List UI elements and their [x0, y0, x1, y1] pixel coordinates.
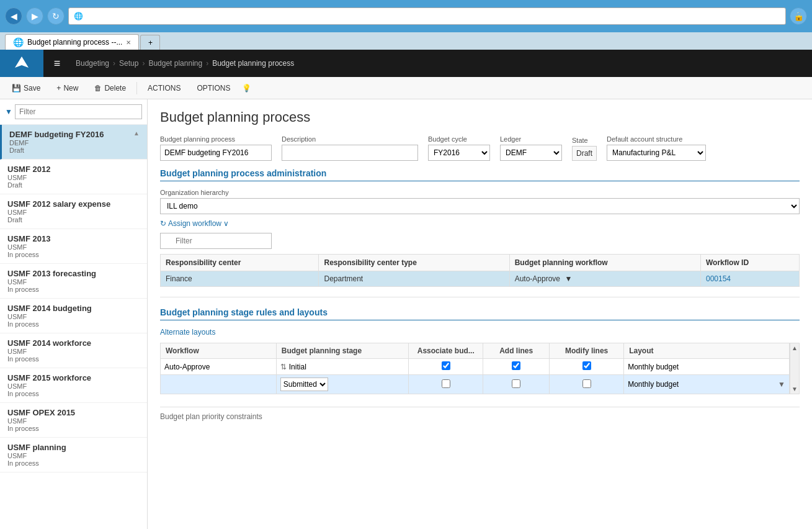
- sidebar-item-sub1-8: USMF: [7, 417, 140, 425]
- workflow-id-link[interactable]: 000154: [706, 274, 731, 283]
- sidebar-item-usmf2015-workforce[interactable]: USMF 2015 workforce USMF In process: [0, 368, 147, 403]
- active-tab[interactable]: 🌐 Budget planning process --... ✕: [5, 34, 139, 50]
- stage-row1-add-checkbox[interactable]: [512, 379, 520, 388]
- ledger-select[interactable]: DEMF: [500, 145, 562, 161]
- svg-marker-0: [15, 57, 29, 68]
- sidebar-item-sub1-1: USMF: [7, 174, 140, 181]
- section-divider: [160, 297, 800, 297]
- refresh-button[interactable]: ↻: [47, 7, 65, 25]
- sidebar-item-title-6: USMF 2014 workforce: [7, 338, 140, 348]
- stage-row0-order-icon[interactable]: ⇅: [280, 363, 287, 371]
- admin-table-header-row: Responsibility center Responsibility cen…: [161, 255, 800, 271]
- admin-table-container: Responsibility center Responsibility cen…: [160, 254, 800, 287]
- sidebar-item-usmf2012[interactable]: USMF 2012 USMF Draft: [0, 160, 147, 194]
- desc-input[interactable]: [282, 145, 418, 161]
- stage-row1-modify-checkbox[interactable]: [582, 379, 591, 388]
- address-text: 🌐: [74, 12, 87, 20]
- save-icon: 💾: [12, 84, 21, 93]
- admin-section-header: Budget planning process administration: [160, 168, 800, 181]
- tab-close-button[interactable]: ✕: [126, 39, 131, 46]
- address-bar[interactable]: 🌐: [68, 7, 786, 25]
- options-label: OPTIONS: [197, 84, 230, 93]
- stage-row1-layout-text: Monthly budget: [628, 380, 679, 389]
- sidebar-item-usmf2013-forecasting[interactable]: USMF 2013 forecasting USMF In process: [0, 264, 147, 299]
- table-row[interactable]: Auto-Approve ⇅ Initial: [161, 359, 790, 375]
- security-icon: 🔒: [790, 7, 807, 25]
- stage-row1-workflow: [161, 375, 277, 394]
- admin-col-workflow-id: Workflow ID: [700, 255, 799, 271]
- admin-cell-workflow-id: 000154: [700, 271, 799, 287]
- workflow-icon: ↻: [160, 219, 166, 228]
- stage-row0-workflow: Auto-Approve: [161, 359, 277, 375]
- hamburger-menu[interactable]: ≡: [43, 50, 71, 77]
- sidebar-item-sub1-2: USMF: [7, 209, 140, 216]
- sidebar-item-sub2-5: In process: [7, 320, 140, 328]
- admin-filter-input[interactable]: [160, 233, 272, 249]
- das-select[interactable]: Manufacturing P&L: [607, 145, 706, 161]
- url-input[interactable]: [87, 12, 780, 20]
- stage-row1-associate-cell: [409, 375, 483, 394]
- stage-scroll-down[interactable]: ▼: [792, 386, 798, 392]
- sidebar-item-usmf2013[interactable]: USMF 2013 USMF In process: [0, 229, 147, 264]
- sidebar-item-sub2-0: Draft: [9, 147, 104, 154]
- stage-row1-stage-select[interactable]: Submitted: [280, 378, 328, 391]
- stage-row0-layout-text: Monthly budget: [628, 363, 679, 371]
- breadcrumb-budgeting[interactable]: Budgeting: [76, 59, 109, 68]
- bpp-field-group: Budget planning process: [160, 135, 272, 161]
- stage-col-associate: Associate bud...: [409, 343, 483, 359]
- stage-row0-associate-cell: [409, 359, 483, 375]
- forward-button[interactable]: ▶: [26, 7, 43, 25]
- admin-table: Responsibility center Responsibility cen…: [160, 254, 800, 287]
- main-layout: ▼ DEMF budgeting FY2016 DEMF Draft ▲ USM…: [0, 99, 812, 529]
- back-button[interactable]: ◀: [5, 7, 22, 25]
- stage-row0-layout-cell: Monthly budget: [624, 359, 790, 375]
- sidebar-scroll-up-icon[interactable]: ▲: [133, 130, 140, 137]
- sidebar-item-usmf-opex2015[interactable]: USMF OPEX 2015 USMF In process: [0, 403, 147, 438]
- stage-section: Budget planning stage rules and layouts …: [160, 307, 800, 394]
- options-button[interactable]: OPTIONS: [190, 79, 237, 97]
- assign-workflow-button[interactable]: ↻ Assign workflow ∨: [160, 219, 800, 228]
- alternate-layouts-link[interactable]: Alternate layouts: [160, 328, 800, 337]
- delete-label: Delete: [104, 84, 126, 93]
- sidebar-item-sub1-3: USMF: [7, 243, 140, 251]
- workflow-dropdown-icon[interactable]: ▼: [564, 274, 572, 283]
- stage-row0-add-checkbox[interactable]: [512, 361, 520, 370]
- sidebar-item-demf[interactable]: DEMF budgeting FY2016 DEMF Draft ▲: [0, 125, 147, 160]
- actions-button[interactable]: ACTIONS: [141, 79, 187, 97]
- stage-row1-associate-checkbox[interactable]: [442, 379, 450, 388]
- admin-col-workflow: Budget planning workflow: [509, 255, 700, 271]
- sidebar-item-usmf2012-salary[interactable]: USMF 2012 salary expense USMF Draft: [0, 194, 147, 229]
- stage-row1-layout-dropdown-icon[interactable]: ▼: [778, 380, 785, 389]
- breadcrumb-sep1: ›: [113, 59, 115, 68]
- new-button[interactable]: + New: [50, 79, 85, 97]
- breadcrumb-budget-planning[interactable]: Budget planning: [148, 59, 202, 68]
- info-icon: 💡: [242, 84, 251, 93]
- stage-scroll-up[interactable]: ▲: [792, 345, 798, 351]
- desc-field-group: Description: [282, 135, 418, 161]
- sidebar-filter-input[interactable]: [15, 104, 142, 119]
- cycle-select[interactable]: FY2016: [428, 145, 490, 161]
- stage-table-container: Workflow Budget planning stage Associate…: [160, 343, 800, 394]
- delete-button[interactable]: 🗑 Delete: [87, 79, 133, 97]
- stage-col-modify: Modify lines: [550, 343, 624, 359]
- sidebar-item-title-3: USMF 2013: [7, 234, 140, 243]
- save-button[interactable]: 💾 Save: [5, 79, 47, 97]
- stage-col-add: Add lines: [483, 343, 550, 359]
- stage-row0-associate-checkbox[interactable]: [442, 361, 450, 370]
- new-tab-button[interactable]: +: [140, 35, 160, 50]
- stage-row1-modify-cell: [550, 375, 624, 394]
- bpp-input[interactable]: [160, 145, 272, 161]
- sidebar-item-sub2-2: Draft: [7, 216, 140, 224]
- sidebar-item-sub1-9: USMF: [7, 452, 140, 459]
- sidebar-item-usmf2014-workforce[interactable]: USMF 2014 workforce USMF In process: [0, 333, 147, 368]
- stage-row1-stage: Submitted: [276, 375, 408, 394]
- table-row[interactable]: Submitted: [161, 375, 790, 394]
- sidebar-item-sub2-7: In process: [7, 390, 140, 397]
- sidebar-item-usmf2014-budgeting[interactable]: USMF 2014 budgeting USMF In process: [0, 299, 147, 333]
- table-row[interactable]: Finance Department Auto-Approve ▼ 000154: [161, 271, 800, 287]
- sidebar: ▼ DEMF budgeting FY2016 DEMF Draft ▲ USM…: [0, 99, 148, 529]
- breadcrumb-setup[interactable]: Setup: [119, 59, 138, 68]
- org-hierarchy-select[interactable]: ILL demo: [160, 198, 800, 214]
- stage-row0-modify-checkbox[interactable]: [582, 361, 591, 370]
- sidebar-item-usmf-planning[interactable]: USMF planning USMF In process: [0, 438, 147, 472]
